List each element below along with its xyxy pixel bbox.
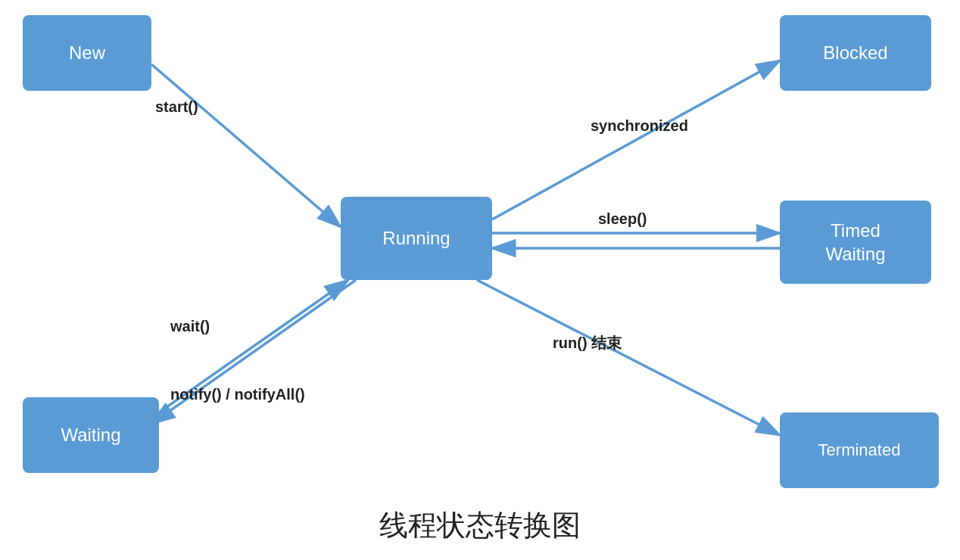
svg-line-8 <box>477 280 780 435</box>
waiting-state: Waiting <box>23 397 159 473</box>
timed-waiting-state: TimedWaiting <box>780 201 931 284</box>
terminated-state: Terminated <box>780 412 939 488</box>
running-label: Running <box>382 228 450 249</box>
blocked-label: Blocked <box>823 42 887 64</box>
new-state: New <box>23 15 151 91</box>
new-label: New <box>69 42 105 64</box>
start-label: start() <box>155 98 198 116</box>
diagram-title: 线程状态转换图 <box>379 506 581 545</box>
timed-waiting-label: TimedWaiting <box>825 219 885 266</box>
running-state: Running <box>341 197 492 280</box>
svg-line-3 <box>492 61 780 219</box>
waiting-label: Waiting <box>61 425 120 446</box>
wait-label: wait() <box>170 318 210 335</box>
terminated-label: Terminated <box>818 440 901 460</box>
blocked-state: Blocked <box>780 15 931 91</box>
svg-line-2 <box>151 64 341 227</box>
synchronized-label: synchronized <box>591 117 688 135</box>
run-end-label: run() 结束 <box>553 333 622 353</box>
sleep-label: sleep() <box>598 210 647 228</box>
notify-label: notify() / notifyAll() <box>170 386 305 403</box>
